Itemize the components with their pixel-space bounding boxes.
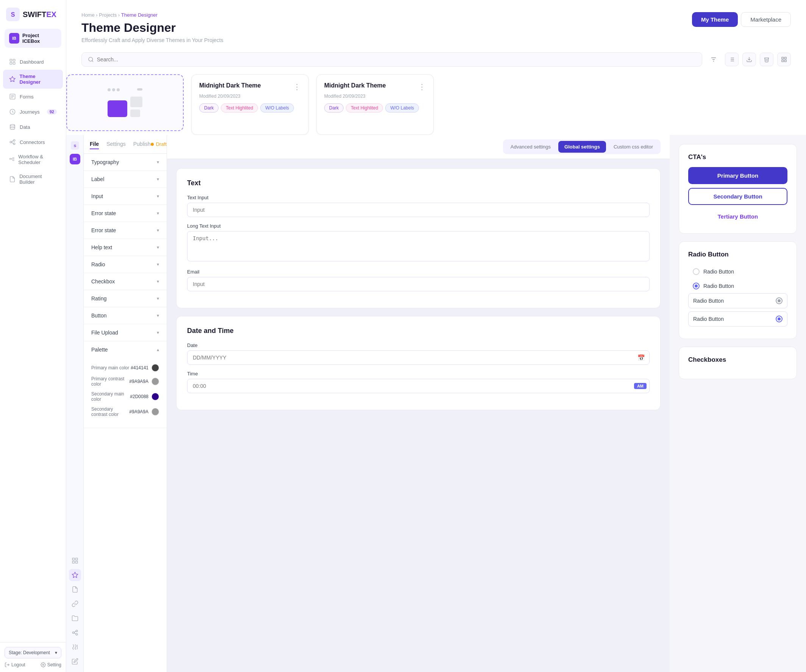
designer-tabs: File Settings Publish Draft — [84, 135, 167, 154]
panel-avatar-btn[interactable]: IB — [70, 154, 80, 164]
panel-folder-icon-btn[interactable] — [69, 612, 81, 624]
accordion-header-palette[interactable]: Palette ▴ — [84, 341, 167, 358]
radio-item-2[interactable]: Radio Button — [688, 293, 788, 308]
radio-item-3[interactable]: Radio Button — [688, 311, 788, 327]
more-menu-icon-2[interactable]: ⋮ — [418, 82, 426, 91]
svg-line-16 — [12, 142, 14, 144]
tertiary-button[interactable]: Tertiary Button — [688, 209, 788, 224]
sidebar-item-forms[interactable]: Forms — [3, 89, 63, 104]
text-input-field[interactable] — [187, 203, 649, 217]
theme-cards-row: Midnight Dark Theme ⋮ Modified 20/09/202… — [66, 74, 806, 135]
breadcrumb: Home › Projects › Theme Designer — [81, 12, 791, 18]
accordion-header-rating[interactable]: Rating ▾ — [84, 290, 167, 307]
time-input-field[interactable] — [187, 379, 649, 393]
theme-card-2[interactable]: Midnight Dark Theme ⋮ Modified 20/09/202… — [316, 74, 434, 135]
search-box[interactable] — [81, 52, 702, 67]
accordion-header-button[interactable]: Button ▾ — [84, 307, 167, 324]
download-button[interactable] — [742, 53, 756, 66]
secondary-button[interactable]: Secondary Button — [688, 188, 788, 205]
panel-doc-icon-btn[interactable] — [69, 583, 81, 596]
tab-advanced-settings[interactable]: Advanced settings — [504, 141, 557, 153]
connectors-icon — [9, 139, 16, 145]
palette-hex-3: #9A9A9A — [129, 409, 149, 414]
am-pm-toggle[interactable]: AM — [634, 383, 647, 389]
new-theme-card[interactable] — [66, 74, 184, 131]
long-text-input-group: Long Text Input — [187, 223, 649, 263]
palette-swatch-2[interactable] — [152, 393, 159, 400]
preview-content: Text Text Input Long Text Input Email — [167, 159, 670, 419]
accordion-header-checkbox[interactable]: Checkbox ▾ — [84, 273, 167, 290]
palette-value-3[interactable]: #9A9A9A — [129, 408, 159, 416]
primary-button[interactable]: Primary Button — [688, 167, 788, 184]
draft-label: Draft — [156, 141, 167, 147]
svg-text:S: S — [11, 12, 15, 18]
sidebar-item-workflow[interactable]: Workflow & Scheduler — [3, 150, 63, 169]
accordion-header-error-2[interactable]: Error state ▾ — [84, 222, 167, 239]
sidebar-item-dashboard[interactable]: Dashboard — [3, 54, 63, 69]
more-menu-icon-1[interactable]: ⋮ — [293, 82, 301, 91]
sidebar-item-connectors[interactable]: Connectors — [3, 135, 63, 149]
panel-edit-icon-btn[interactable] — [69, 655, 81, 667]
project-badge[interactable]: IB Project ICEBox — [5, 29, 61, 48]
accordion-header-helptext[interactable]: Help text ▾ — [84, 239, 167, 256]
radio-card-title: Radio Button — [688, 251, 788, 258]
palette-swatch-3[interactable] — [152, 408, 159, 416]
sidebar-item-data[interactable]: Data — [3, 120, 63, 134]
accordion-header-radio[interactable]: Radio ▾ — [84, 256, 167, 273]
logout-button[interactable]: Logout — [5, 662, 25, 667]
radio-item-1[interactable]: Radio Button — [688, 279, 788, 293]
palette-value-2[interactable]: #2D0088 — [130, 393, 159, 400]
sidebar-item-document[interactable]: Document Builder — [3, 170, 63, 189]
svg-point-12 — [10, 141, 12, 143]
palette-value-1[interactable]: #9A9A9A — [129, 378, 159, 385]
accordion-header-file-upload[interactable]: File Upload ▾ — [84, 324, 167, 341]
accordion-header-typography[interactable]: Typography ▾ — [84, 154, 167, 170]
panel-grid-icon-btn[interactable] — [69, 555, 81, 567]
palette-swatch-0[interactable] — [152, 364, 159, 371]
radio-item-0[interactable]: Radio Button — [688, 264, 788, 279]
my-theme-button[interactable]: My Theme — [692, 12, 738, 27]
accordion-header-input[interactable]: Input ▾ — [84, 188, 167, 205]
radio-label-2: Radio Button — [693, 298, 724, 304]
datetime-card-title: Date and Time — [187, 327, 649, 335]
tab-custom-css[interactable]: Custom css editor — [608, 141, 659, 153]
marketplace-button[interactable]: Marketplace — [741, 12, 791, 27]
sidebar-bottom: Stage: Development ▾ Logout Setting — [0, 642, 66, 672]
svg-rect-3 — [13, 59, 15, 61]
long-text-field[interactable] — [187, 231, 649, 261]
bottom-actions: Logout Setting — [5, 662, 61, 667]
forms-icon — [9, 93, 16, 100]
accordion-header-label[interactable]: Label ▾ — [84, 171, 167, 188]
sidebar-item-theme-designer[interactable]: Theme Designer — [3, 70, 63, 89]
sidebar-item-journeys[interactable]: Journeys 92 — [3, 104, 63, 119]
tab-publish[interactable]: Publish — [133, 139, 151, 149]
date-input-field[interactable] — [187, 350, 649, 365]
settings-button[interactable]: Setting — [41, 662, 61, 667]
accordion-label-rating: Rating — [91, 296, 106, 302]
svg-rect-38 — [782, 60, 784, 62]
tab-settings[interactable]: Settings — [106, 139, 126, 149]
email-input-field[interactable] — [187, 277, 649, 291]
tab-global-settings[interactable]: Global settings — [558, 141, 606, 153]
theme-card-1[interactable]: Midnight Dark Theme ⋮ Modified 20/09/202… — [191, 74, 309, 135]
accordion-label-palette: Palette — [91, 347, 108, 353]
tab-file[interactable]: File — [90, 139, 99, 149]
grid-view-button[interactable] — [777, 53, 791, 66]
delete-button[interactable] — [760, 53, 773, 66]
tag-text-1: Text Highlited — [221, 103, 258, 112]
card-block-primary — [107, 101, 127, 117]
stage-select[interactable]: Stage: Development ▾ — [5, 647, 61, 658]
palette-value-0[interactable]: #414141 — [130, 364, 159, 371]
filter-icon-btn[interactable] — [707, 53, 720, 66]
panel-theme-icon-btn[interactable] — [69, 569, 81, 581]
panel-swirl-icon-btn[interactable] — [69, 641, 81, 653]
panel-link-icon-btn[interactable] — [69, 598, 81, 610]
tag-text-2: Text Highlited — [346, 103, 383, 112]
list-view-button[interactable] — [725, 53, 738, 66]
accordion-header-error-1[interactable]: Error state ▾ — [84, 205, 167, 221]
panel-flow-icon-btn[interactable] — [69, 627, 81, 639]
draft-dot — [151, 143, 154, 146]
project-name: Project ICEBox — [22, 33, 57, 44]
palette-swatch-1[interactable] — [152, 378, 159, 385]
search-input[interactable] — [97, 56, 696, 63]
